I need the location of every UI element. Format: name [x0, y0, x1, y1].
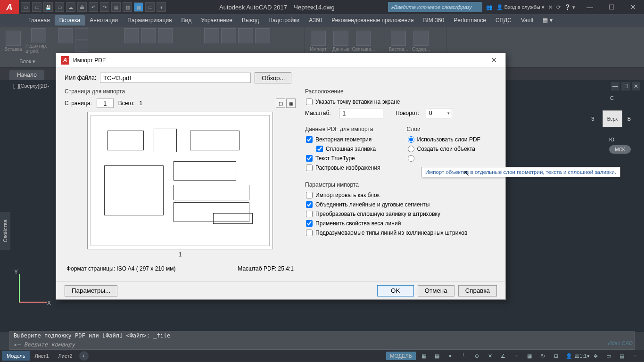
ok-button[interactable]: OK: [377, 285, 414, 296]
options-button[interactable]: Параметры...: [65, 285, 117, 296]
solidfill-checkbox[interactable]: [316, 146, 323, 152]
raster-checkbox[interactable]: [306, 165, 313, 171]
sb-icon[interactable]: ⊞: [551, 351, 561, 361]
ribbon-icon[interactable]: [58, 28, 73, 43]
ribbon-icon[interactable]: [238, 28, 253, 43]
lineweight-icon[interactable]: ≡: [511, 351, 521, 361]
menu-addins[interactable]: Надстройки: [264, 15, 304, 25]
menu-parametric[interactable]: Параметризация: [123, 15, 176, 25]
menu-home[interactable]: Главная: [24, 15, 55, 25]
ribbon-icon[interactable]: [158, 28, 173, 43]
viewcube-east[interactable]: В: [627, 116, 631, 122]
qat-undo-icon[interactable]: ↶: [89, 2, 98, 12]
specify-point-checkbox[interactable]: [306, 99, 313, 105]
qat-print-icon[interactable]: 🖶: [77, 2, 87, 12]
menu-output[interactable]: Вывод: [237, 15, 264, 25]
ribbon-icon[interactable]: [75, 41, 88, 52]
panel-label-block[interactable]: Блок ▾: [3, 57, 52, 66]
edit-attr-button[interactable]: Редактир. атриб.: [25, 28, 52, 54]
viewport-label[interactable]: [−][Сверху][2D-: [13, 83, 49, 89]
cycling-icon[interactable]: ↻: [537, 351, 548, 361]
viewcube-north[interactable]: С: [610, 95, 614, 101]
layout2-tab[interactable]: Лист2: [54, 351, 77, 361]
ribbon-button[interactable]: Содер...: [411, 28, 431, 54]
link-button[interactable]: Связыва...: [353, 28, 374, 54]
ribbon-icon[interactable]: [204, 28, 219, 43]
menu-insert[interactable]: Вставка: [55, 15, 85, 25]
vp-minimize-icon[interactable]: —: [611, 82, 619, 90]
grid-view-icon[interactable]: ▦: [286, 99, 296, 108]
model-tab[interactable]: Модель: [2, 351, 30, 361]
browse-button[interactable]: Обзор...: [255, 72, 291, 83]
qat-redo-icon[interactable]: ↷: [100, 2, 109, 12]
ribbon-icon[interactable]: [141, 28, 156, 43]
scale-input[interactable]: [339, 108, 383, 118]
third-layers-radio[interactable]: [408, 155, 414, 162]
infocenter-icon[interactable]: 👥: [486, 4, 493, 10]
menu-annotate[interactable]: Аннотации: [85, 15, 123, 25]
command-input[interactable]: ▸~ Введите команду: [10, 340, 634, 349]
rotation-combo[interactable]: 0: [426, 108, 452, 118]
properties-tab[interactable]: Свойства: [0, 212, 10, 250]
vp-close-icon[interactable]: ✕: [632, 82, 640, 90]
qat-open-icon[interactable]: ▭: [32, 2, 41, 12]
create-obj-layers-radio[interactable]: [408, 146, 414, 152]
menu-bim360[interactable]: BIM 360: [419, 15, 449, 25]
data-button[interactable]: Данные: [330, 28, 351, 54]
vp-maximize-icon[interactable]: ☐: [621, 82, 630, 90]
viewcube-west[interactable]: З: [591, 116, 594, 122]
ribbon-icon[interactable]: [221, 28, 236, 43]
layout1-tab[interactable]: Лист1: [30, 351, 53, 361]
menu-featured[interactable]: Рекомендованные приложения: [327, 15, 418, 25]
viewcube-south[interactable]: Ю: [609, 137, 614, 142]
join-checkbox[interactable]: [306, 201, 313, 208]
cancel-button[interactable]: Отмена: [418, 285, 454, 296]
transparency-icon[interactable]: ▦: [524, 351, 535, 361]
signin-button[interactable]: 👤 Вход в службы ▾: [496, 4, 545, 10]
polar-icon[interactable]: ⊙: [471, 351, 482, 361]
menu-extra-icon[interactable]: ▦ ▾: [538, 15, 557, 25]
start-tab[interactable]: Начало: [9, 70, 44, 80]
menu-a360[interactable]: A360: [304, 15, 327, 25]
ortho-icon[interactable]: └: [458, 351, 469, 361]
maximize-button[interactable]: ☐: [601, 0, 622, 14]
menu-performance[interactable]: Performance: [449, 15, 491, 25]
sb-dropdown-icon[interactable]: ▾: [445, 351, 455, 361]
page-preview[interactable]: [87, 112, 273, 249]
sb-icon[interactable]: 👤: [564, 351, 574, 361]
lineweight-checkbox[interactable]: [306, 220, 313, 227]
vector-checkbox[interactable]: [306, 136, 313, 143]
single-view-icon[interactable]: ▢: [276, 99, 285, 108]
qat-btn[interactable]: ▭: [145, 2, 155, 12]
convert-checkbox[interactable]: [306, 211, 313, 217]
viewcube[interactable]: С Ю В З Верх: [587, 95, 635, 142]
insert-block-button[interactable]: Вставка: [3, 28, 24, 54]
gear-icon[interactable]: ✲: [590, 351, 601, 361]
osnap-icon[interactable]: ✕: [485, 351, 495, 361]
qat-btn[interactable]: ▤: [111, 2, 121, 12]
qat-btn-active[interactable]: ▦: [134, 2, 143, 12]
wcs-button[interactable]: МСК: [609, 145, 631, 154]
page-input[interactable]: [97, 99, 114, 108]
truetype-checkbox[interactable]: [306, 155, 313, 162]
app-logo[interactable]: A: [0, 0, 19, 14]
dialog-close-button[interactable]: ✕: [487, 53, 501, 67]
menu-manage[interactable]: Управление: [196, 15, 237, 25]
grid-icon[interactable]: ▦: [419, 351, 429, 361]
help-icon[interactable]: ❔ ▾: [564, 4, 575, 10]
ribbon-icon[interactable]: [124, 28, 139, 43]
asblock-checkbox[interactable]: [306, 192, 313, 198]
use-pdf-layers-radio[interactable]: [408, 136, 414, 143]
import-button[interactable]: Импорт: [308, 28, 329, 54]
search-box[interactable]: ▸ Введите ключевое слово/фразу: [388, 2, 482, 12]
ribbon-icon[interactable]: [255, 28, 270, 43]
qat-new-icon[interactable]: ▭: [21, 2, 30, 12]
viewcube-top[interactable]: Верх: [603, 110, 622, 127]
infer-checkbox[interactable]: [306, 230, 313, 236]
exchange-icon[interactable]: ✕: [548, 4, 553, 10]
minimize-button[interactable]: —: [579, 0, 601, 14]
qat-saveas-icon[interactable]: ▭: [55, 2, 64, 12]
a360-icon[interactable]: ⟳: [556, 4, 561, 10]
qat-btn[interactable]: ▥: [123, 2, 132, 12]
commandline[interactable]: Выберите подложку PDF или [Файл] <Файл>:…: [9, 331, 635, 350]
